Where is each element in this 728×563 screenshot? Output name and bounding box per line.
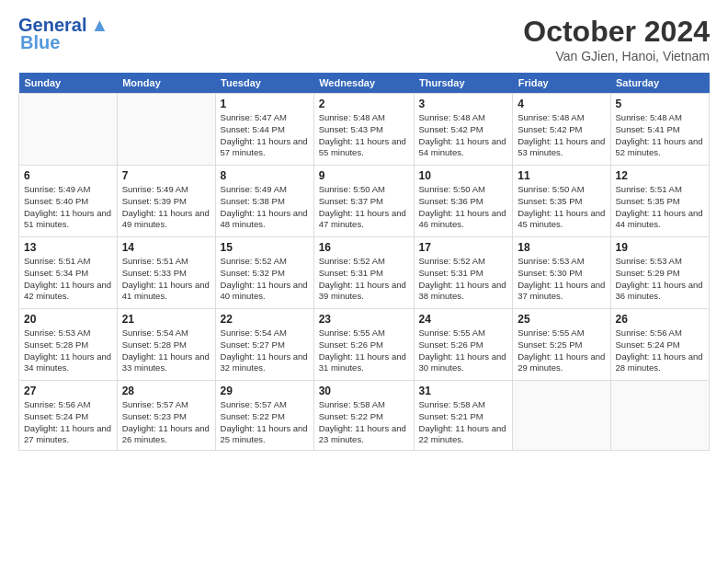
cell-content: Sunrise: 5:51 AM Sunset: 5:34 PM Dayligh… (24, 256, 112, 303)
calendar-cell: 17Sunrise: 5:52 AM Sunset: 5:31 PM Dayli… (414, 237, 513, 309)
column-header-thursday: Thursday (414, 73, 513, 94)
calendar-cell (19, 94, 118, 166)
calendar-cell (117, 94, 215, 166)
calendar-cell: 10Sunrise: 5:50 AM Sunset: 5:36 PM Dayli… (414, 166, 513, 237)
day-number: 26 (616, 313, 704, 326)
calendar-cell: 27Sunrise: 5:56 AM Sunset: 5:24 PM Dayli… (19, 381, 118, 451)
cell-content: Sunrise: 5:58 AM Sunset: 5:21 PM Dayligh… (419, 399, 508, 446)
cell-content: Sunrise: 5:51 AM Sunset: 5:33 PM Dayligh… (122, 256, 210, 303)
day-number: 12 (616, 169, 704, 182)
day-number: 27 (24, 385, 112, 397)
day-number: 25 (518, 313, 605, 326)
column-header-sunday: Sunday (19, 73, 118, 94)
calendar-cell: 15Sunrise: 5:52 AM Sunset: 5:32 PM Dayli… (215, 237, 313, 309)
calendar-cell: 23Sunrise: 5:55 AM Sunset: 5:26 PM Dayli… (313, 309, 414, 381)
calendar-cell: 31Sunrise: 5:58 AM Sunset: 5:21 PM Dayli… (414, 381, 513, 451)
cell-content: Sunrise: 5:55 AM Sunset: 5:25 PM Dayligh… (518, 327, 605, 374)
page: General ▲ Blue October 2024 Van GJien, H… (0, 0, 728, 563)
calendar-cell (610, 381, 709, 451)
cell-content: Sunrise: 5:49 AM Sunset: 5:39 PM Dayligh… (122, 184, 210, 231)
calendar-cell: 5Sunrise: 5:48 AM Sunset: 5:41 PM Daylig… (610, 94, 709, 166)
week-row-5: 27Sunrise: 5:56 AM Sunset: 5:24 PM Dayli… (19, 381, 710, 451)
week-row-3: 13Sunrise: 5:51 AM Sunset: 5:34 PM Dayli… (19, 237, 710, 309)
cell-content: Sunrise: 5:49 AM Sunset: 5:40 PM Dayligh… (24, 184, 112, 231)
calendar-cell: 19Sunrise: 5:53 AM Sunset: 5:29 PM Dayli… (610, 237, 709, 309)
day-number: 21 (122, 313, 210, 326)
calendar-cell: 13Sunrise: 5:51 AM Sunset: 5:34 PM Dayli… (19, 237, 118, 309)
day-number: 16 (319, 241, 409, 254)
calendar-cell: 24Sunrise: 5:55 AM Sunset: 5:26 PM Dayli… (414, 309, 513, 381)
calendar-cell: 12Sunrise: 5:51 AM Sunset: 5:35 PM Dayli… (610, 166, 709, 237)
cell-content: Sunrise: 5:57 AM Sunset: 5:23 PM Dayligh… (122, 399, 210, 446)
calendar-cell: 28Sunrise: 5:57 AM Sunset: 5:23 PM Dayli… (117, 381, 215, 451)
cell-content: Sunrise: 5:51 AM Sunset: 5:35 PM Dayligh… (616, 184, 704, 231)
cell-content: Sunrise: 5:49 AM Sunset: 5:38 PM Dayligh… (221, 184, 309, 231)
cell-content: Sunrise: 5:48 AM Sunset: 5:42 PM Dayligh… (518, 112, 605, 159)
cell-content: Sunrise: 5:54 AM Sunset: 5:27 PM Dayligh… (221, 327, 309, 374)
cell-content: Sunrise: 5:48 AM Sunset: 5:42 PM Dayligh… (419, 112, 508, 159)
calendar-cell: 20Sunrise: 5:53 AM Sunset: 5:28 PM Dayli… (19, 309, 118, 381)
calendar-cell: 18Sunrise: 5:53 AM Sunset: 5:30 PM Dayli… (513, 237, 610, 309)
calendar-cell: 1Sunrise: 5:47 AM Sunset: 5:44 PM Daylig… (215, 94, 313, 166)
day-number: 2 (319, 98, 409, 110)
cell-content: Sunrise: 5:47 AM Sunset: 5:44 PM Dayligh… (221, 112, 309, 159)
logo-bird-icon: ▲ (90, 15, 108, 36)
day-number: 10 (419, 169, 508, 182)
day-number: 19 (616, 241, 704, 254)
calendar-cell: 11Sunrise: 5:50 AM Sunset: 5:35 PM Dayli… (513, 166, 610, 237)
cell-content: Sunrise: 5:52 AM Sunset: 5:32 PM Dayligh… (221, 256, 309, 303)
calendar-cell: 8Sunrise: 5:49 AM Sunset: 5:38 PM Daylig… (215, 166, 313, 237)
cell-content: Sunrise: 5:52 AM Sunset: 5:31 PM Dayligh… (419, 256, 508, 303)
day-number: 3 (419, 98, 508, 110)
title-section: October 2024 Van GJien, Hanoi, Vietnam (523, 15, 710, 63)
column-header-monday: Monday (117, 73, 215, 94)
cell-content: Sunrise: 5:53 AM Sunset: 5:29 PM Dayligh… (616, 256, 704, 303)
calendar-cell: 7Sunrise: 5:49 AM Sunset: 5:39 PM Daylig… (117, 166, 215, 237)
cell-content: Sunrise: 5:50 AM Sunset: 5:36 PM Dayligh… (419, 184, 508, 231)
calendar-cell: 22Sunrise: 5:54 AM Sunset: 5:27 PM Dayli… (215, 309, 313, 381)
column-header-friday: Friday (513, 73, 610, 94)
column-header-saturday: Saturday (610, 73, 709, 94)
cell-content: Sunrise: 5:50 AM Sunset: 5:37 PM Dayligh… (319, 184, 409, 231)
day-number: 11 (518, 169, 605, 182)
day-header-row: SundayMondayTuesdayWednesdayThursdayFrid… (19, 73, 710, 94)
calendar-cell: 25Sunrise: 5:55 AM Sunset: 5:25 PM Dayli… (513, 309, 610, 381)
day-number: 1 (221, 98, 309, 110)
cell-content: Sunrise: 5:48 AM Sunset: 5:41 PM Dayligh… (616, 112, 704, 159)
day-number: 24 (419, 313, 508, 326)
calendar-cell (513, 381, 610, 451)
calendar-cell: 2Sunrise: 5:48 AM Sunset: 5:43 PM Daylig… (313, 94, 414, 166)
cell-content: Sunrise: 5:52 AM Sunset: 5:31 PM Dayligh… (319, 256, 409, 303)
cell-content: Sunrise: 5:56 AM Sunset: 5:24 PM Dayligh… (24, 399, 112, 446)
calendar-cell: 14Sunrise: 5:51 AM Sunset: 5:33 PM Dayli… (117, 237, 215, 309)
calendar-table: SundayMondayTuesdayWednesdayThursdayFrid… (18, 73, 710, 451)
calendar-cell: 6Sunrise: 5:49 AM Sunset: 5:40 PM Daylig… (19, 166, 118, 237)
day-number: 28 (122, 385, 210, 397)
day-number: 15 (221, 241, 309, 254)
cell-content: Sunrise: 5:55 AM Sunset: 5:26 PM Dayligh… (319, 327, 409, 374)
calendar-cell: 30Sunrise: 5:58 AM Sunset: 5:22 PM Dayli… (313, 381, 414, 451)
calendar-cell: 16Sunrise: 5:52 AM Sunset: 5:31 PM Dayli… (313, 237, 414, 309)
day-number: 4 (518, 98, 605, 110)
day-number: 5 (616, 98, 704, 110)
calendar-cell: 21Sunrise: 5:54 AM Sunset: 5:28 PM Dayli… (117, 309, 215, 381)
day-number: 22 (221, 313, 309, 326)
cell-content: Sunrise: 5:58 AM Sunset: 5:22 PM Dayligh… (319, 399, 409, 446)
day-number: 18 (518, 241, 605, 254)
calendar-cell: 29Sunrise: 5:57 AM Sunset: 5:22 PM Dayli… (215, 381, 313, 451)
month-title: October 2024 (523, 15, 710, 49)
day-number: 8 (221, 169, 309, 182)
column-header-wednesday: Wednesday (313, 73, 414, 94)
week-row-4: 20Sunrise: 5:53 AM Sunset: 5:28 PM Dayli… (19, 309, 710, 381)
day-number: 29 (221, 385, 309, 397)
header: General ▲ Blue October 2024 Van GJien, H… (18, 15, 710, 63)
day-number: 23 (319, 313, 409, 326)
day-number: 9 (319, 169, 409, 182)
day-number: 31 (419, 385, 508, 397)
logo: General ▲ Blue (18, 15, 108, 53)
cell-content: Sunrise: 5:56 AM Sunset: 5:24 PM Dayligh… (616, 327, 704, 374)
cell-content: Sunrise: 5:50 AM Sunset: 5:35 PM Dayligh… (518, 184, 605, 231)
location-subtitle: Van GJien, Hanoi, Vietnam (523, 49, 710, 63)
day-number: 17 (419, 241, 508, 254)
week-row-1: 1Sunrise: 5:47 AM Sunset: 5:44 PM Daylig… (19, 94, 710, 166)
